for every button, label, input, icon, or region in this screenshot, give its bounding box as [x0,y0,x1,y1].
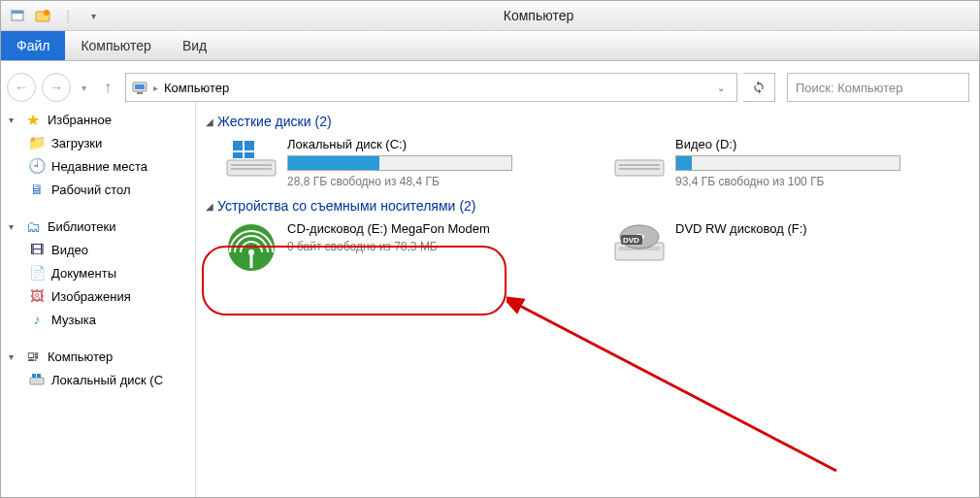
drive-f-dvd[interactable]: DVD DVD RW дисковод (F:) [613,221,904,264]
window-title: Компьютер [104,8,973,23]
new-folder-icon[interactable] [32,5,53,26]
svg-rect-22 [250,252,253,268]
tab-computer-label: Компьютер [81,38,150,53]
sidebar-item-label: Видео [51,243,88,257]
svg-rect-16 [245,152,254,158]
svg-rect-9 [37,374,41,378]
capacity-bar [675,155,900,171]
up-button[interactable]: ↑ [96,76,119,99]
breadcrumb-location[interactable]: Компьютер [164,81,229,95]
drive-name: Локальный диск (C:) [287,137,512,151]
dvd-drive-icon: DVD [613,221,666,264]
svg-rect-13 [233,141,243,150]
sidebar-item-label: Библиотеки [48,219,115,234]
svg-line-29 [516,304,836,471]
title-bar: | ▾ Компьютер [1,1,979,31]
history-dropdown[interactable]: ▾ [77,83,90,93]
removable-row: CD-дисковод (E:) MegaFon Modem 0 байт св… [225,221,969,264]
tab-computer[interactable]: Компьютер [65,31,166,60]
drive-info: Видео (D:) 93,4 ГБ свободно из 100 ГБ [675,137,900,188]
desktop-icon: 🖥 [28,181,46,198]
collapse-icon[interactable]: ◢ [206,116,213,127]
address-dropdown-icon[interactable]: ⌄ [711,83,731,93]
sidebar-item-label: Компьютер [48,349,113,364]
search-input[interactable]: Поиск: Компьютер [787,73,969,102]
sidebar-item-label: Недавние места [51,159,147,174]
hdd-icon [225,137,278,180]
sidebar-documents[interactable]: 📄 Документы [1,261,195,284]
svg-rect-7 [30,378,44,384]
properties-icon[interactable] [7,5,28,26]
qat-divider: | [57,5,79,26]
back-button[interactable]: ← [7,73,36,102]
drive-name: DVD RW дисковод (F:) [675,221,807,236]
svg-rect-15 [233,152,243,158]
svg-rect-19 [619,168,660,170]
svg-rect-5 [135,84,145,89]
tab-view-label: Вид [182,38,207,53]
section-title: Устройства со съемными носителями [217,198,455,214]
svg-rect-14 [245,141,254,150]
drive-e-megafon[interactable]: CD-дисковод (E:) MegaFon Modem 0 байт св… [225,221,555,264]
tab-file-label: Файл [16,38,49,53]
sidebar-pictures[interactable]: 🖼 Изображения [1,284,195,308]
sidebar-group-computer: ▾ 🖳 Компьютер Локальный диск (C [1,345,195,391]
address-bar[interactable]: ▸ Компьютер ⌄ [125,73,737,102]
svg-rect-12 [231,168,272,170]
sidebar-group-libraries: ▾ 🗂 Библиотеки 🎞 Видео 📄 Документы 🖼 Изо… [1,215,195,331]
hdd-icon [613,137,666,180]
sidebar-item-label: Документы [51,266,116,281]
sidebar-local-disk[interactable]: Локальный диск (C [1,368,195,391]
forward-button[interactable]: → [42,73,71,102]
quick-access-toolbar: | ▾ [7,5,104,26]
drive-free-text: 0 байт свободно из 78,3 МБ [287,240,490,253]
libraries-icon: 🗂 [24,217,42,235]
sidebar-recent[interactable]: 🕘 Недавние места [1,154,195,178]
sidebar: ▾ ★ Избранное 📁 Загрузки 🕘 Недавние мест… [1,102,196,497]
music-icon: ♪ [28,311,46,328]
video-icon: 🎞 [28,241,46,258]
collapse-icon[interactable]: ▾ [9,115,18,125]
section-title: Жесткие диски [217,114,311,129]
drive-name: CD-дисковод (E:) MegaFon Modem [287,221,490,236]
megafon-icon [225,221,278,264]
sidebar-item-label: Локальный диск (C [51,373,163,387]
sidebar-desktop[interactable]: 🖥 Рабочий стол [1,178,195,201]
content-pane: ◢ Жесткие диски (2) Локальный диск (C:) … [196,102,979,497]
tab-file[interactable]: Файл [1,31,65,60]
refresh-button[interactable] [743,73,775,102]
sidebar-item-label: Изображения [51,289,131,304]
sidebar-favorites[interactable]: ▾ ★ Избранное [1,108,195,131]
svg-rect-11 [231,164,272,166]
recent-icon: 🕘 [28,157,46,175]
breadcrumb-sep-icon: ▸ [153,83,158,93]
nav-bar: ← → ▾ ↑ ▸ Компьютер ⌄ Поиск: Компьютер [7,73,969,102]
drive-info: Локальный диск (C:) 28,8 ГБ свободно из … [287,137,512,188]
sidebar-music[interactable]: ♪ Музыка [1,308,195,331]
explorer-window: | ▾ Компьютер Файл Компьютер Вид ← → ▾ ↑… [0,0,980,498]
drive-c[interactable]: Локальный диск (C:) 28,8 ГБ свободно из … [225,137,555,188]
sidebar-downloads[interactable]: 📁 Загрузки [1,131,195,154]
document-icon: 📄 [28,264,46,282]
section-removable[interactable]: ◢ Устройства со съемными носителями (2) [206,198,969,214]
sidebar-libraries[interactable]: ▾ 🗂 Библиотеки [1,215,195,238]
sidebar-item-label: Избранное [48,113,112,127]
capacity-bar [287,155,512,171]
collapse-icon[interactable]: ▾ [9,351,18,362]
qat-dropdown-icon[interactable]: ▾ [82,5,104,26]
drive-free-text: 28,8 ГБ свободно из 48,4 ГБ [287,175,512,188]
section-count: (2) [459,198,475,214]
drive-free-text: 93,4 ГБ свободно из 100 ГБ [675,175,900,188]
section-hard-drives[interactable]: ◢ Жесткие диски (2) [206,114,969,129]
body-area: ▾ ★ Избранное 📁 Загрузки 🕘 Недавние мест… [1,102,979,497]
ribbon-tabs: Файл Компьютер Вид [1,31,979,61]
collapse-icon[interactable]: ▾ [9,221,18,232]
folder-icon: 📁 [28,134,46,151]
sidebar-computer[interactable]: ▾ 🖳 Компьютер [1,345,195,368]
sidebar-videos[interactable]: 🎞 Видео [1,238,195,261]
collapse-icon[interactable]: ◢ [206,201,213,212]
tab-view[interactable]: Вид [167,31,222,60]
sidebar-item-label: Загрузки [51,136,102,150]
sidebar-group-favorites: ▾ ★ Избранное 📁 Загрузки 🕘 Недавние мест… [1,108,195,201]
drive-d[interactable]: Видео (D:) 93,4 ГБ свободно из 100 ГБ [613,137,904,188]
